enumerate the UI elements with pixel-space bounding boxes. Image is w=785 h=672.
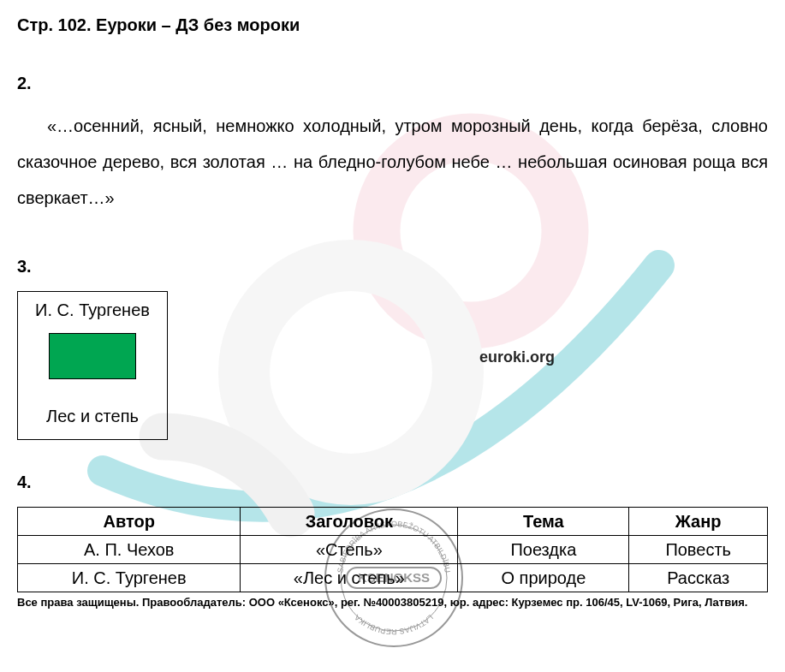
green-rectangle-icon [49, 333, 136, 379]
copyright-footer: Все права защищены. Правообладатель: ООО… [17, 596, 768, 610]
diagram-author: И. С. Тургенев [21, 299, 164, 321]
section-2-quote: «…осенний, ясный, немножко холодный, утр… [17, 108, 768, 216]
section-3-number: 3. [17, 250, 768, 282]
section-4-number: 4. [17, 466, 768, 498]
cell-title: «Степь» [241, 536, 458, 564]
diagram-work: Лес и степь [21, 405, 164, 427]
cell-author: И. С. Тургенев [18, 564, 241, 592]
section-2-number: 2. [17, 67, 768, 99]
cell-author: А. П. Чехов [18, 536, 241, 564]
diagram-box: И. С. Тургенев Лес и степь [17, 291, 168, 440]
table-row: А. П. Чехов «Степь» Поездка Повесть [18, 536, 768, 564]
cell-topic: О природе [458, 564, 629, 592]
cell-genre: Рассказ [629, 564, 768, 592]
page-title: Стр. 102. Еуроки – ДЗ без мороки [17, 9, 768, 41]
svg-text:LATVIJAS REPUBLIKA: LATVIJAS REPUBLIKA [353, 613, 435, 636]
col-genre: Жанр [629, 508, 768, 536]
table-header-row: Автор Заголовок Тема Жанр [18, 508, 768, 536]
cell-title: «Лес и степь» [241, 564, 458, 592]
table-row: И. С. Тургенев «Лес и степь» О природе Р… [18, 564, 768, 592]
col-author: Автор [18, 508, 241, 536]
works-table: Автор Заголовок Тема Жанр А. П. Чехов «С… [17, 507, 768, 592]
col-topic: Тема [458, 508, 629, 536]
cell-genre: Повесть [629, 536, 768, 564]
cell-topic: Поездка [458, 536, 629, 564]
col-title: Заголовок [241, 508, 458, 536]
